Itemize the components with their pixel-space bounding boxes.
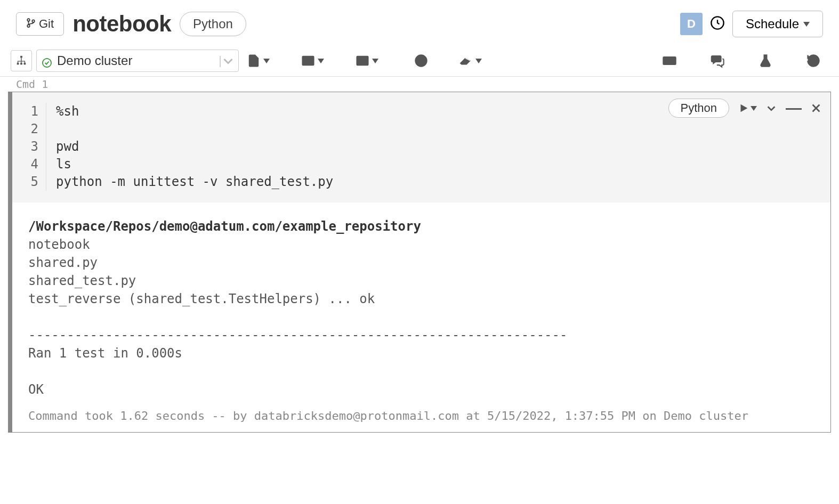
collapse-icon[interactable] bbox=[765, 102, 777, 114]
eraser-tool[interactable] bbox=[455, 50, 485, 71]
chevron-down-icon bbox=[475, 59, 482, 63]
chevron-down-icon bbox=[751, 106, 757, 111]
cell-output: /Workspace/Repos/demo@adatum.com/example… bbox=[12, 202, 830, 404]
cell-actions: Python — bbox=[668, 99, 822, 118]
language-pill[interactable]: Python bbox=[180, 12, 246, 36]
svg-point-11 bbox=[359, 59, 361, 61]
minimize-icon[interactable]: — bbox=[786, 99, 802, 117]
schedule-label: Schedule bbox=[746, 17, 799, 31]
header-bar: Git notebook Python D Schedule bbox=[0, 0, 839, 45]
image-tool[interactable] bbox=[352, 50, 382, 71]
git-label: Git bbox=[39, 17, 54, 31]
svg-point-8 bbox=[43, 59, 51, 67]
output-body: notebook shared.py shared_test.py test_r… bbox=[28, 235, 814, 399]
close-icon[interactable] bbox=[810, 102, 822, 114]
svg-rect-7 bbox=[24, 63, 26, 65]
cell-accent-bar bbox=[9, 92, 12, 432]
code-text[interactable]: %sh pwd ls python -m unittest -v shared_… bbox=[46, 103, 333, 191]
svg-point-1 bbox=[27, 25, 30, 27]
git-button[interactable]: Git bbox=[16, 12, 64, 36]
run-tool[interactable] bbox=[406, 50, 436, 71]
code-area[interactable]: 12345 %sh pwd ls python -m unittest -v s… bbox=[12, 92, 830, 202]
chevron-down-icon bbox=[318, 59, 324, 63]
chevron-down-icon bbox=[803, 22, 810, 27]
history-icon[interactable] bbox=[798, 50, 828, 71]
notebook-title[interactable]: notebook bbox=[72, 11, 171, 37]
cmd-label: Cmd 1 bbox=[0, 77, 839, 92]
file-tool[interactable] bbox=[243, 50, 273, 71]
output-path: /Workspace/Repos/demo@adatum.com/example… bbox=[28, 217, 814, 235]
tree-button[interactable] bbox=[11, 50, 32, 71]
cell: 12345 %sh pwd ls python -m unittest -v s… bbox=[8, 92, 831, 433]
header-right: D Schedule bbox=[680, 11, 823, 37]
svg-rect-13 bbox=[663, 57, 675, 64]
cell-lang-pill[interactable]: Python bbox=[668, 99, 730, 118]
branch-icon bbox=[26, 17, 36, 31]
experiment-icon[interactable] bbox=[751, 50, 780, 71]
cell-footer: Command took 1.62 seconds -- by databric… bbox=[12, 404, 830, 432]
clock-icon[interactable] bbox=[710, 15, 725, 32]
edit-tool[interactable] bbox=[297, 50, 327, 71]
chevron-down-icon bbox=[372, 59, 378, 63]
cluster-selector[interactable]: Demo cluster | bbox=[36, 50, 239, 72]
line-gutter: 12345 bbox=[12, 103, 46, 191]
keyboard-icon[interactable] bbox=[655, 50, 684, 71]
avatar[interactable]: D bbox=[680, 13, 703, 35]
run-cell-icon[interactable] bbox=[738, 102, 757, 114]
chevron-down-icon bbox=[263, 59, 270, 63]
comments-icon[interactable] bbox=[703, 50, 732, 71]
svg-rect-4 bbox=[20, 56, 22, 58]
cluster-name: Demo cluster bbox=[57, 53, 132, 68]
schedule-button[interactable]: Schedule bbox=[732, 11, 823, 37]
cluster-dropdown-icon: | bbox=[219, 54, 233, 68]
svg-rect-6 bbox=[20, 63, 22, 65]
status-ok-icon bbox=[42, 56, 52, 66]
svg-point-2 bbox=[32, 20, 35, 22]
svg-point-0 bbox=[27, 19, 30, 21]
svg-rect-5 bbox=[17, 63, 19, 65]
toolbar: Demo cluster | bbox=[0, 45, 839, 77]
